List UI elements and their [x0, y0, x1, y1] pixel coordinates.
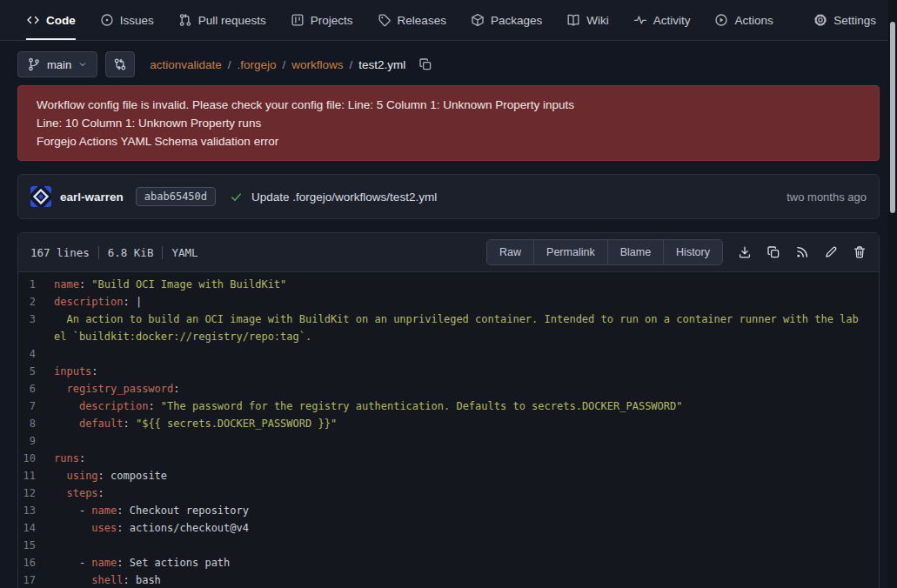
line-number[interactable]: 1 [18, 276, 54, 293]
yaml-text [54, 522, 91, 534]
copy-icon [766, 245, 780, 259]
commit-author[interactable]: earl-warren [60, 190, 124, 204]
download-button[interactable] [738, 245, 752, 259]
breadcrumb--forgejo[interactable]: .forgejo [238, 58, 277, 71]
breadcrumb-workflows[interactable]: workflows [291, 58, 343, 71]
line-number[interactable]: 11 [18, 467, 54, 484]
tab-pull-requests[interactable]: Pull requests [178, 0, 266, 40]
tab-packages[interactable]: Packages [471, 0, 542, 40]
scrollbar-thumb[interactable] [890, 22, 895, 213]
code-line-text: - name: Checkout repository [54, 502, 859, 519]
tab-settings[interactable]: Settings [813, 0, 876, 40]
permalink-button[interactable]: Permalink [533, 240, 607, 264]
line-number[interactable]: 15 [18, 537, 54, 554]
line-number[interactable]: 5 [18, 363, 54, 380]
yaml-text: : [79, 278, 91, 291]
yaml-key: description [54, 296, 123, 308]
code-line: 1name: "Build OCI Image with BuildKit" [18, 276, 879, 293]
wiki-icon [566, 13, 580, 27]
page-scrollbar[interactable] [888, 0, 897, 588]
code-line-text [54, 432, 859, 450]
code-line: 9 [18, 432, 879, 450]
line-number[interactable]: 13 [18, 502, 54, 519]
yaml-text: : [148, 400, 160, 412]
copy-path-button[interactable] [418, 57, 432, 71]
line-number[interactable]: 4 [18, 345, 54, 363]
delete-icon [853, 245, 867, 259]
tab-label: Wiki [586, 14, 609, 27]
code-line-text [54, 537, 859, 554]
yaml-text: : [173, 383, 179, 395]
yaml-string: "Build OCI Image with BuildKit" [91, 278, 286, 291]
avatar[interactable] [30, 186, 51, 207]
code-line: 10runs: [18, 450, 879, 467]
tab-actions[interactable]: Actions [714, 0, 773, 40]
line-number[interactable]: 6 [18, 380, 54, 398]
code-line: 5inputs: [18, 363, 879, 380]
delete-button[interactable] [853, 245, 867, 259]
breadcrumb-actionvalidate[interactable]: actionvalidate [150, 58, 222, 71]
code-line-text: inputs: [54, 363, 859, 380]
tab-projects[interactable]: Projects [291, 0, 353, 40]
yaml-text: : composite [98, 470, 167, 482]
breadcrumb-separator: / [283, 58, 286, 71]
yaml-text [54, 383, 66, 395]
error-line: Line: 10 Column 1: Unknown Property runs [37, 114, 860, 132]
tab-label: Settings [833, 14, 876, 27]
line-number[interactable]: 10 [18, 450, 54, 467]
file-view-panel: 167 lines 6.8 KiB YAML RawPermalinkBlame… [17, 232, 880, 588]
compare-button[interactable] [105, 51, 135, 77]
line-number[interactable]: 12 [18, 484, 54, 502]
tab-label: Releases [398, 14, 446, 27]
meta-divider [98, 246, 99, 259]
actions-icon [714, 13, 728, 27]
line-number[interactable]: 14 [18, 519, 54, 537]
packages-icon [471, 13, 485, 27]
tab-releases[interactable]: Releases [378, 0, 446, 40]
line-number[interactable]: 17 [18, 571, 54, 588]
settings-icon [813, 13, 827, 27]
code-line-text: name: "Build OCI Image with BuildKit" [54, 276, 859, 293]
tab-issues[interactable]: Issues [100, 0, 154, 40]
code-line: 13 - name: Checkout repository [18, 502, 879, 519]
meta-divider [162, 246, 163, 259]
rss-button[interactable] [795, 245, 809, 259]
line-number[interactable]: 9 [18, 432, 54, 450]
line-number[interactable]: 7 [18, 398, 54, 415]
tab-wiki[interactable]: Wiki [566, 0, 609, 40]
raw-button[interactable]: Raw [487, 240, 533, 264]
commit-success-check-icon[interactable] [230, 190, 243, 204]
copy-button[interactable] [766, 245, 780, 259]
commit-message[interactable]: Update .forgejo/workflows/test2.yml [251, 190, 437, 204]
repo-tab-bar: CodeIssuesPull requestsProjectsReleasesP… [0, 0, 897, 41]
yaml-text: : actions/checkout@v4 [117, 522, 249, 534]
code-line-text: - name: Set actions path [54, 554, 859, 571]
yaml-text: - [54, 504, 91, 517]
code-line-text [54, 345, 859, 363]
line-number[interactable]: 2 [18, 293, 54, 311]
tab-code[interactable]: Code [26, 0, 76, 40]
line-number[interactable]: 3 [18, 311, 54, 345]
breadcrumb-test2-yml: test2.yml [358, 58, 405, 71]
tab-activity[interactable]: Activity [633, 0, 691, 40]
blame-button[interactable]: Blame [607, 240, 663, 264]
history-button[interactable]: History [663, 240, 722, 264]
code-line: 17 shell: bash [18, 571, 879, 588]
line-number[interactable]: 8 [18, 415, 54, 432]
yaml-key: default [79, 418, 124, 430]
code-line: 16 - name: Set actions path [18, 554, 879, 571]
branch-icon [27, 57, 41, 71]
rss-icon [795, 245, 809, 259]
code-line-text: description: "The password for the regis… [54, 398, 859, 415]
code-line-text: description: | [54, 293, 859, 311]
yaml-key: name [91, 557, 117, 569]
branch-name: main [47, 58, 71, 71]
edit-button[interactable] [824, 245, 838, 259]
tab-label: Projects [311, 14, 353, 27]
yaml-string: "The password for the registry authentic… [161, 400, 683, 412]
branch-selector-button[interactable]: main [17, 51, 97, 77]
tab-label: Code [46, 14, 76, 27]
line-number[interactable]: 16 [18, 554, 54, 571]
file-meta: 167 lines 6.8 KiB YAML [30, 246, 198, 259]
commit-hash-badge[interactable]: abab65450d [136, 187, 216, 206]
